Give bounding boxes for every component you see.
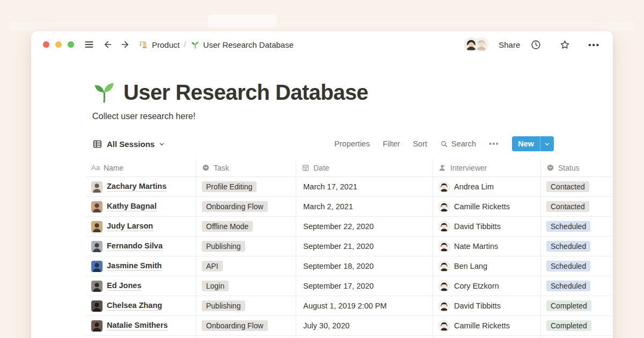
date-cell[interactable]: September 18, 2020 (296, 256, 433, 276)
user-name-link[interactable]: Zachary Martins (107, 182, 166, 192)
task-cell[interactable]: Login (196, 276, 296, 296)
date-value: August 1, 2019 2:00 PM (303, 302, 387, 310)
search-button[interactable]: Search (440, 139, 476, 148)
task-cell[interactable]: Onboarding Flow (196, 197, 296, 216)
new-button-dropdown[interactable] (540, 136, 554, 151)
filter-button[interactable]: Filter (383, 139, 400, 148)
interviewer-cell[interactable]: Ben Lang (433, 256, 541, 276)
status-cell[interactable]: Contacted (541, 177, 612, 196)
interviewer-cell[interactable]: David Tibbitts (433, 296, 541, 315)
chevron-down-icon (159, 141, 165, 147)
properties-button[interactable]: Properties (334, 139, 370, 148)
column-header-task[interactable]: Task (196, 159, 296, 177)
select-icon (202, 164, 210, 172)
date-cell[interactable]: September 17, 2020 (296, 276, 433, 296)
task-cell[interactable]: Offline Mode (196, 217, 296, 236)
sort-button[interactable]: Sort (413, 139, 427, 148)
user-name-link[interactable]: Chelsea Zhang (107, 301, 162, 311)
name-cell[interactable]: Natalie Smithers (86, 316, 196, 335)
interviewer-cell[interactable]: Nate Martins (433, 237, 541, 256)
date-cell[interactable]: September 21, 2020 (296, 237, 433, 256)
table-row[interactable]: Judy LarsonOffline ModeSeptember 22, 202… (86, 217, 612, 237)
table-row[interactable]: Natalie SmithersOnboarding FlowJuly 30, … (86, 316, 612, 336)
column-header-name[interactable]: AaName (86, 159, 196, 177)
user-name-link[interactable]: Fernando Silva (107, 241, 163, 251)
page-header: User Research Database Collect user rese… (31, 58, 613, 121)
column-header-interviewer[interactable]: Interviewer (433, 159, 541, 177)
status-cell[interactable]: Completed (541, 296, 612, 315)
name-cell[interactable]: Chelsea Zhang (86, 296, 196, 315)
table-row-partial[interactable] (86, 336, 612, 338)
task-cell[interactable]: API (196, 256, 296, 276)
new-button[interactable]: New (512, 136, 554, 151)
more-options-button[interactable]: ••• (588, 40, 600, 49)
interviewer-cell[interactable]: Andrea Lim (433, 177, 541, 196)
zoom-window-button[interactable] (68, 41, 74, 48)
interviewer-cell[interactable]: Camille Ricketts (433, 197, 541, 216)
status-cell[interactable]: Completed (541, 316, 612, 335)
name-cell[interactable]: Kathy Bagnal (86, 197, 196, 216)
toolbar-more-button[interactable]: ••• (489, 139, 499, 148)
background-decoration (10, 22, 634, 31)
new-button-label[interactable]: New (512, 136, 540, 151)
star-icon[interactable] (559, 39, 570, 50)
date-cell[interactable]: March 2, 2021 (296, 197, 433, 216)
interviewer-cell[interactable]: Cory Etzkorn (433, 276, 541, 296)
breadcrumb-current[interactable]: User Research Database (191, 40, 294, 49)
clock-icon[interactable] (530, 39, 541, 50)
date-cell[interactable]: July 30, 2020 (296, 316, 433, 335)
name-cell[interactable]: Ed Jones (86, 276, 196, 296)
status-cell[interactable]: Scheduled (541, 237, 612, 256)
hamburger-menu-icon[interactable] (84, 39, 94, 50)
minimize-window-button[interactable] (55, 41, 62, 48)
status-cell[interactable]: Scheduled (541, 276, 612, 296)
task-cell[interactable]: Publishing (196, 237, 296, 256)
breadcrumb-current-label: User Research Database (203, 40, 294, 49)
name-cell[interactable]: Judy Larson (86, 217, 196, 236)
task-cell[interactable]: Publishing (196, 296, 296, 315)
view-switcher[interactable]: All Sessions (92, 139, 165, 149)
breadcrumb-parent[interactable]: Product (138, 40, 180, 49)
date-value: September 22, 2020 (303, 222, 374, 231)
user-name-link[interactable]: Kathy Bagnal (107, 202, 157, 211)
page-subtitle: Collect user research here! (92, 112, 613, 121)
task-cell[interactable]: Profile Editing (196, 177, 296, 196)
task-tag: Publishing (202, 300, 245, 311)
user-name-link[interactable]: Ed Jones (107, 281, 141, 291)
interviewer-cell[interactable]: David Tibbitts (433, 217, 541, 236)
share-button[interactable]: Share (499, 40, 520, 49)
close-window-button[interactable] (43, 41, 49, 48)
back-arrow-icon[interactable] (102, 39, 113, 50)
date-cell[interactable]: March 17, 2021 (296, 177, 433, 196)
task-tag: API (202, 261, 223, 271)
user-name-link[interactable]: Natalie Smithers (107, 321, 168, 330)
forward-arrow-icon[interactable] (120, 39, 131, 50)
column-header-status[interactable]: Status (541, 159, 612, 177)
traffic-lights (43, 41, 74, 48)
task-cell[interactable]: Onboarding Flow (196, 316, 296, 335)
table-row[interactable]: Chelsea ZhangPublishingAugust 1, 2019 2:… (86, 296, 612, 316)
table-row[interactable]: Kathy BagnalOnboarding FlowMarch 2, 2021… (86, 197, 612, 217)
notion-window: Product / User Research Database (31, 31, 613, 338)
seedling-icon (191, 40, 200, 49)
interviewer-cell[interactable]: Camille Ricketts (433, 316, 541, 335)
table-row[interactable]: Fernando SilvaPublishingSeptember 21, 20… (86, 237, 612, 256)
date-cell[interactable]: September 22, 2020 (296, 217, 433, 236)
table-row[interactable]: Ed JonesLoginSeptember 17, 2020Cory Etzk… (86, 276, 612, 296)
user-avatar (91, 261, 103, 272)
user-name-link[interactable]: Jasmine Smith (107, 261, 162, 271)
name-cell[interactable]: Fernando Silva (86, 237, 196, 256)
table-row[interactable]: Zachary MartinsProfile EditingMarch 17, … (86, 177, 612, 197)
select-icon (546, 164, 554, 172)
seedling-icon[interactable] (92, 80, 116, 104)
status-cell[interactable]: Scheduled (541, 256, 612, 276)
name-cell[interactable]: Zachary Martins (86, 177, 196, 196)
name-cell[interactable]: Jasmine Smith (86, 256, 196, 276)
date-cell[interactable]: August 1, 2019 2:00 PM (296, 296, 433, 315)
user-name-link[interactable]: Judy Larson (107, 222, 153, 231)
status-cell[interactable]: Scheduled (541, 217, 612, 236)
column-header-date[interactable]: Date (296, 159, 433, 177)
status-cell[interactable]: Contacted (541, 197, 612, 216)
task-tag: Profile Editing (202, 181, 257, 192)
table-row[interactable]: Jasmine SmithAPISeptember 18, 2020Ben La… (86, 256, 612, 276)
